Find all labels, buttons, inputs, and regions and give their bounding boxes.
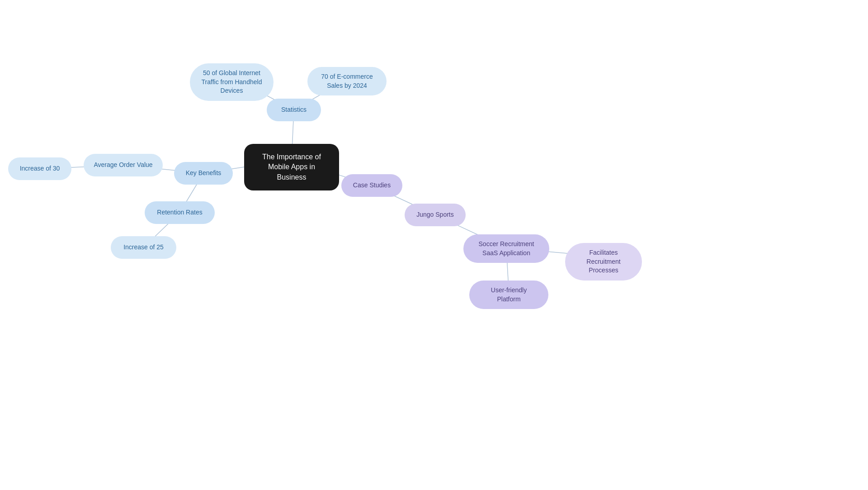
node-retention-rates[interactable]: Retention Rates: [145, 201, 215, 224]
node-soccer-recruitment[interactable]: Soccer Recruitment SaaS Application: [463, 234, 549, 263]
node-jungo-sports[interactable]: Jungo Sports: [405, 204, 466, 226]
node-key-benefits[interactable]: Key Benefits: [174, 162, 233, 185]
node-increase-25[interactable]: Increase of 25: [111, 236, 176, 259]
center-node[interactable]: The Importance of Mobile Apps in Busines…: [244, 144, 339, 190]
node-facilitates[interactable]: Facilitates Recruitment Processes: [565, 243, 642, 281]
node-global-traffic[interactable]: 50 of Global Internet Traffic from Handh…: [190, 63, 274, 101]
node-avg-order[interactable]: Average Order Value: [84, 154, 163, 176]
node-ecommerce[interactable]: 70 of E-commerce Sales by 2024: [307, 67, 387, 95]
node-user-friendly[interactable]: User-friendly Platform: [469, 281, 548, 309]
node-increase-30[interactable]: Increase of 30: [8, 157, 71, 180]
node-statistics[interactable]: Statistics: [267, 99, 321, 121]
mind-map: The Importance of Mobile Apps in Busines…: [0, 0, 868, 490]
node-case-studies[interactable]: Case Studies: [341, 174, 402, 197]
